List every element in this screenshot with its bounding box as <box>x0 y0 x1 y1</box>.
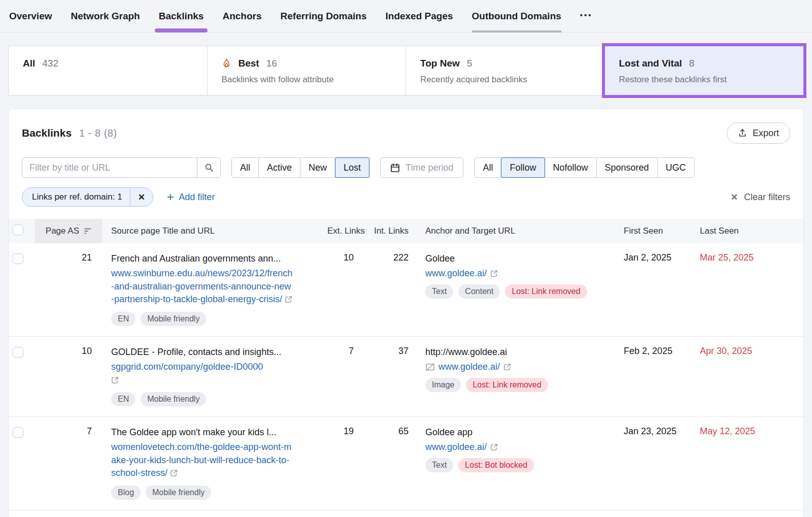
export-button[interactable]: Export <box>727 122 790 144</box>
external-link-icon[interactable] <box>285 296 292 303</box>
page-as-value: 21 <box>35 252 102 263</box>
first-seen-value: Feb 2, 2025 <box>611 346 687 357</box>
external-link-icon[interactable] <box>170 469 178 477</box>
external-link-icon[interactable] <box>490 443 498 451</box>
follow-option-nofollow[interactable]: Nofollow <box>545 157 597 178</box>
panel-title: Backlinks <box>22 127 72 139</box>
backlinks-table: Page AS Source page Title and URL Ext. L… <box>9 219 803 510</box>
anchor-text: http://www.goldee.ai <box>425 346 611 359</box>
time-period-button[interactable]: Time period <box>380 157 463 178</box>
page-as-value: 10 <box>35 346 102 357</box>
page-tag: Mobile friendly <box>141 312 206 326</box>
ext-links-value: 19 <box>327 426 367 437</box>
tab-indexed-pages[interactable]: Indexed Pages <box>386 0 453 33</box>
search-button[interactable] <box>197 158 220 177</box>
page-as-value: 7 <box>35 426 102 437</box>
clear-filters-button[interactable]: ✕ Clear filters <box>731 192 790 203</box>
card-top-new-count: 5 <box>467 58 472 69</box>
card-lost-title: Lost and Vital <box>619 58 682 69</box>
status-option-lost[interactable]: Lost <box>335 157 369 178</box>
page-tag: Mobile friendly <box>141 392 206 406</box>
card-all[interactable]: All 432 <box>9 46 208 95</box>
card-lost-count: 8 <box>689 58 695 69</box>
tab-outbound-domains[interactable]: Outbound Domains <box>472 0 561 33</box>
first-seen-value: Jan 23, 2025 <box>611 426 687 437</box>
title-url-filter <box>22 157 221 178</box>
follow-option-follow[interactable]: Follow <box>501 157 545 178</box>
column-header-first-seen: First Seen <box>611 226 687 236</box>
search-input[interactable] <box>22 158 197 177</box>
page-tag: Mobile friendly <box>146 486 211 500</box>
column-header-ext-links: Ext. Links <box>327 226 367 236</box>
table-header-row: Page AS Source page Title and URL Ext. L… <box>9 219 803 243</box>
column-header-source: Source page Title and URL <box>102 226 327 236</box>
source-page-url[interactable]: www.swinburne.edu.au/news/2023/12/french… <box>111 267 294 306</box>
backlink-summary-cards: All 432 Best 16 Backlinks with follow at… <box>8 46 804 95</box>
card-top-new[interactable]: Top New 5 Recently acquired backlinks <box>406 46 605 95</box>
clear-filters-label: Clear filters <box>744 192 790 203</box>
flame-icon <box>222 58 231 69</box>
source-page-title: The Goldee app won't make your kids l... <box>111 426 327 439</box>
row-checkbox[interactable] <box>13 253 23 264</box>
tab-backlinks[interactable]: Backlinks <box>159 0 204 33</box>
follow-option-all[interactable]: All <box>474 157 501 178</box>
card-best-subtitle: Backlinks with follow attribute <box>222 75 399 85</box>
row-checkbox[interactable] <box>13 427 23 438</box>
export-icon <box>738 128 747 138</box>
row-checkbox[interactable] <box>13 347 23 358</box>
tab-referring-domains[interactable]: Referring Domains <box>281 0 367 33</box>
status-segmented-control: All Active New Lost <box>231 157 369 178</box>
external-link-icon[interactable] <box>503 363 511 371</box>
more-tabs-ellipsis-icon[interactable]: ••• <box>580 11 593 21</box>
tab-anchors[interactable]: Anchors <box>222 0 261 33</box>
anchor-text: Goldee app <box>425 426 611 439</box>
add-filter-button[interactable]: + Add filter <box>167 191 215 203</box>
report-tabs-bar: Overview Network Graph Backlinks Anchors… <box>0 0 812 33</box>
int-links-value: 37 <box>367 346 422 357</box>
external-link-icon[interactable] <box>490 270 498 277</box>
target-url-link[interactable]: www.goldee.ai/ <box>425 268 487 279</box>
anchor-tag: Text <box>425 284 453 299</box>
ext-links-value: 7 <box>327 346 367 357</box>
sort-icon <box>84 228 92 235</box>
tab-network-graph[interactable]: Network Graph <box>71 0 140 33</box>
follow-segmented-control: All Follow Nofollow Sponsored UGC <box>474 157 694 178</box>
remove-filter-icon[interactable]: ✕ <box>130 188 153 206</box>
status-option-all[interactable]: All <box>231 157 259 178</box>
target-url-link[interactable]: www.goldee.ai/ <box>438 362 500 372</box>
source-page-title: GOLDEE - Profile, contacts and insights.… <box>111 346 327 359</box>
status-option-active[interactable]: Active <box>258 157 300 178</box>
select-all-checkbox[interactable] <box>13 224 23 235</box>
tab-overview[interactable]: Overview <box>9 0 52 33</box>
int-links-value: 65 <box>367 426 422 437</box>
column-header-int-links: Int. Links <box>367 226 422 236</box>
card-best-count: 16 <box>266 58 277 69</box>
target-url-link[interactable]: www.goldee.ai/ <box>425 442 487 453</box>
source-page-title: French and Australian governments ann... <box>111 252 327 265</box>
card-best-title: Best <box>239 58 259 69</box>
card-all-count: 432 <box>42 58 58 69</box>
clear-filters-icon: ✕ <box>731 192 738 203</box>
external-link-icon[interactable] <box>111 376 119 384</box>
column-header-last-seen: Last Seen <box>687 226 803 236</box>
card-top-new-subtitle: Recently acquired backlinks <box>420 75 597 85</box>
anchor-text: Goldee <box>425 252 611 265</box>
backlinks-panel: Backlinks 1 - 8 (8) Export All Active Ne… <box>8 109 804 517</box>
anchor-tag: Image <box>425 378 461 392</box>
column-header-page-as[interactable]: Page AS <box>35 219 102 243</box>
source-page-url[interactable]: womenlovetech.com/the-goldee-app-wont-ma… <box>111 441 294 480</box>
follow-option-sponsored[interactable]: Sponsored <box>596 157 658 178</box>
add-filter-label: Add filter <box>179 192 215 203</box>
lost-status-badge: Lost: Link removed <box>466 378 548 392</box>
column-header-anchor: Anchor and Target URL <box>422 226 611 236</box>
follow-option-ugc[interactable]: UGC <box>657 157 695 178</box>
status-option-new[interactable]: New <box>300 157 335 178</box>
filter-chip-links-per-domain: Links per ref. domain: 1 ✕ <box>22 187 153 207</box>
export-label: Export <box>753 128 779 139</box>
int-links-value: 222 <box>367 252 422 263</box>
page-tag: EN <box>111 312 136 326</box>
card-lost-and-vital[interactable]: Lost and Vital 8 Restore these backlinks… <box>605 46 804 95</box>
card-best[interactable]: Best 16 Backlinks with follow attribute <box>208 46 407 95</box>
calendar-icon <box>390 163 400 173</box>
source-page-url[interactable]: sgpgrid.com/company/goldee-ID0000 <box>111 361 294 386</box>
